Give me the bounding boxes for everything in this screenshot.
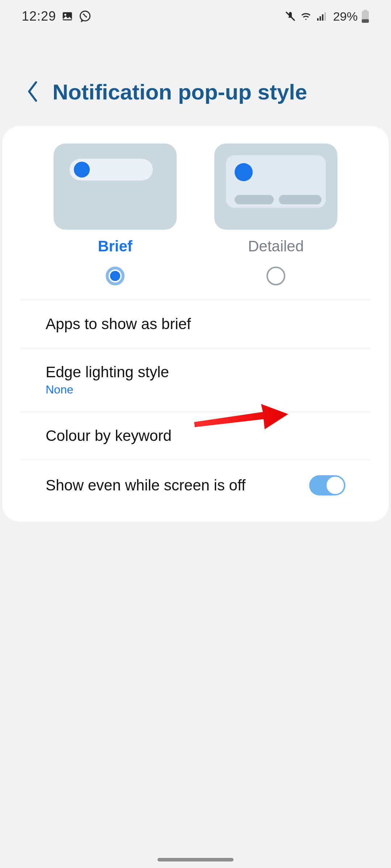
popup-style-picker: Brief Detailed [20, 144, 371, 300]
detailed-radio[interactable] [266, 267, 285, 285]
style-option-detailed[interactable]: Detailed [214, 144, 337, 289]
svg-rect-9 [362, 19, 369, 23]
status-bar: 12:29 29% [0, 0, 391, 33]
mute-icon [285, 10, 296, 22]
setting-title: Show even while screen is off [46, 477, 246, 494]
setting-title: Edge lighting style [46, 363, 169, 381]
detailed-preview [214, 144, 337, 230]
home-indicator[interactable] [157, 858, 234, 861]
svg-rect-6 [324, 12, 326, 21]
battery-percent: 29% [333, 9, 358, 24]
settings-list: Apps to show as brief Edge lighting styl… [2, 300, 389, 511]
brief-label: Brief [98, 238, 133, 255]
show-screen-off-toggle[interactable] [309, 475, 345, 495]
settings-card: Brief Detailed [2, 126, 389, 522]
detailed-label: Detailed [248, 238, 304, 255]
style-option-brief[interactable]: Brief [54, 144, 177, 289]
setting-apps-brief[interactable]: Apps to show as brief [20, 300, 371, 348]
setting-title: Colour by keyword [46, 427, 172, 444]
battery-icon [361, 10, 369, 23]
setting-edge-lighting[interactable]: Edge lighting style None [20, 348, 371, 412]
status-time: 12:29 [22, 9, 56, 24]
status-right: 29% [285, 9, 369, 24]
setting-colour-keyword[interactable]: Colour by keyword [20, 412, 371, 460]
svg-point-1 [64, 14, 67, 16]
page-title: Notification pop-up style [52, 80, 307, 105]
svg-rect-3 [317, 18, 319, 21]
setting-show-screen-off[interactable]: Show even while screen is off [20, 460, 371, 511]
picture-icon [61, 10, 73, 22]
svg-rect-5 [322, 14, 323, 21]
setting-title: Apps to show as brief [46, 315, 191, 333]
wifi-icon [300, 10, 312, 22]
setting-value: None [46, 383, 169, 396]
header: Notification pop-up style [0, 33, 391, 126]
svg-rect-8 [363, 10, 367, 12]
signal-icon [316, 10, 327, 22]
brief-preview [54, 144, 177, 230]
whatsapp-icon [79, 10, 92, 23]
svg-rect-4 [320, 16, 321, 21]
back-icon[interactable] [25, 80, 40, 105]
status-left: 12:29 [22, 9, 92, 24]
brief-radio[interactable] [106, 267, 125, 285]
